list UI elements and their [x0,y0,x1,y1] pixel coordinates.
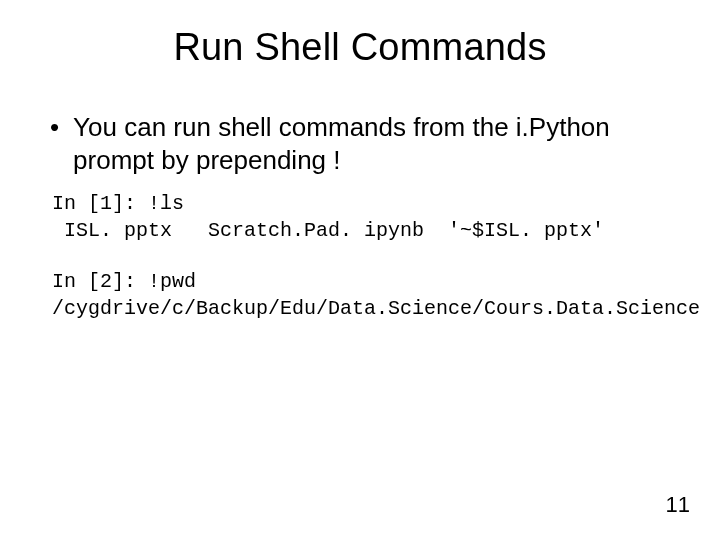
bullet-item: • You can run shell commands from the i.… [50,111,670,176]
page-number: 11 [666,492,690,518]
slide: Run Shell Commands • You can run shell c… [0,0,720,540]
code-gap [40,244,680,266]
code-line: In [2]: !pwd [52,270,196,293]
code-line: In [1]: !ls [52,192,184,215]
bullet-text: You can run shell commands from the i.Py… [73,111,670,176]
bullet-dot-icon: • [50,111,59,144]
code-block-2: In [2]: !pwd /cygdrive/c/Backup/Edu/Data… [52,268,680,322]
slide-title: Run Shell Commands [40,26,680,69]
code-line: ISL. pptx Scratch.Pad. ipynb '~$ISL. ppt… [52,219,604,242]
code-line: /cygdrive/c/Backup/Edu/Data.Science/Cour… [52,297,700,320]
bullet-block: • You can run shell commands from the i.… [50,111,670,176]
code-block-1: In [1]: !ls ISL. pptx Scratch.Pad. ipynb… [52,190,680,244]
